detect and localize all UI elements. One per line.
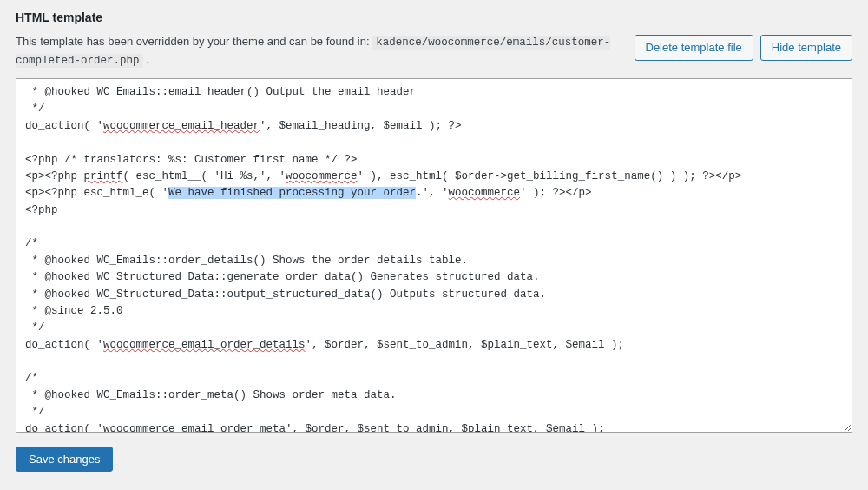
save-changes-button[interactable]: Save changes — [16, 447, 113, 472]
override-description: This template has been overridden by you… — [16, 33, 617, 70]
desc-prefix: This template has been overridden by you… — [16, 35, 372, 48]
desc-suffix: . — [143, 53, 149, 66]
template-editor-panel: HTML template This template has been ove… — [0, 0, 868, 482]
section-title: HTML template — [16, 10, 617, 24]
highlighted-text: We have finished processing your order — [168, 187, 416, 199]
hide-template-button[interactable]: Hide template — [760, 35, 852, 61]
delete-template-button[interactable]: Delete template file — [635, 35, 753, 61]
header-row: HTML template This template has been ove… — [16, 10, 852, 70]
code-editor[interactable]: * @hooked WC_Emails::email_header() Outp… — [16, 78, 852, 433]
template-actions: Delete template file Hide template — [635, 10, 853, 61]
title-block: HTML template This template has been ove… — [16, 10, 617, 70]
